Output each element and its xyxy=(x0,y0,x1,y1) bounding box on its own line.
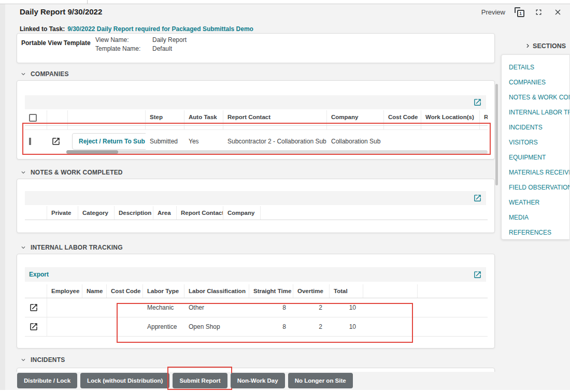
cell-company: Collaboration Sub xyxy=(327,138,384,145)
submit-report-button[interactable]: Submit Report xyxy=(173,373,227,388)
notes-card: Private Category Description Area Report… xyxy=(17,179,495,233)
sidebar-item-visitors[interactable]: VISITORS xyxy=(509,135,569,150)
section-header-companies[interactable]: COMPANIES xyxy=(20,70,69,78)
section-title-companies: COMPANIES xyxy=(31,70,69,78)
chevron-down-icon xyxy=(20,356,27,364)
page-count: 1 xyxy=(517,10,524,17)
col-private: Private xyxy=(47,206,78,220)
section-title-notes: NOTES & WORK COMPLETED xyxy=(31,169,123,176)
sidebar-item-incidents[interactable]: INCIDENTS xyxy=(509,120,569,135)
col-description: Description xyxy=(115,206,153,220)
linked-task-label: Linked to Task: xyxy=(20,25,65,33)
cell-straight-time: 8 xyxy=(249,304,293,311)
col-labor-classification: Labor Classification xyxy=(184,284,249,298)
notes-toolbar xyxy=(25,191,486,205)
sidebar-item-details[interactable]: DETAILS xyxy=(509,60,569,75)
col-cost-code: Cost Code xyxy=(384,110,421,125)
export-link[interactable]: Export xyxy=(29,271,49,278)
open-row-icon[interactable] xyxy=(29,322,38,331)
cell-labor-type: Apprentice xyxy=(143,323,184,330)
section-title-internal-labor: INTERNAL LABOR TRACKING xyxy=(31,244,123,251)
chevron-down-icon xyxy=(20,244,27,251)
template-name-value: Default xyxy=(152,45,172,52)
row-checkbox[interactable] xyxy=(29,138,31,145)
sections-toggle[interactable]: SECTIONS xyxy=(524,42,566,50)
col-straight-time: Straight Time xyxy=(249,284,293,298)
sidebar-item-internal-labor[interactable]: INTERNAL LABOR TRA... xyxy=(509,105,569,120)
close-icon[interactable] xyxy=(552,7,563,17)
sidebar-item-materials-received[interactable]: MATERIALS RECEIVED xyxy=(509,165,569,180)
col-cost-code: Cost Code xyxy=(107,284,143,298)
col-work-locations: Work Location(s) xyxy=(421,110,480,125)
sections-title: SECTIONS xyxy=(533,42,566,50)
lock-without-distribution-button[interactable]: Lock (without Distribution) xyxy=(80,373,169,388)
pages-icon[interactable]: 1 xyxy=(514,7,524,17)
header-actions: Preview 1 xyxy=(481,7,563,17)
select-all-checkbox[interactable] xyxy=(29,114,37,122)
filter-row xyxy=(25,126,488,130)
cell-labor-classification: Open Shop xyxy=(184,323,249,330)
col-employee: Employee xyxy=(47,284,82,298)
sidebar-item-notes[interactable]: NOTES & WORK COMP... xyxy=(509,90,569,105)
cell-report-contact: Subcontractor 2 - Collaboration Sub xyxy=(223,138,327,145)
open-in-new-icon[interactable] xyxy=(473,270,482,279)
sidebar-item-companies[interactable]: COMPANIES xyxy=(509,75,569,90)
sidebar-item-weather[interactable]: WEATHER xyxy=(509,195,569,210)
chevron-right-icon xyxy=(524,42,532,50)
companies-card: Step Auto Task Report Contact Company Co… xyxy=(17,80,495,159)
col-overtime: Overtime xyxy=(293,284,330,298)
chevron-down-icon xyxy=(20,70,27,78)
col-area: Area xyxy=(153,206,177,220)
view-name-value: Daily Report xyxy=(152,36,187,43)
footer-actions: Distribute / Lock Lock (without Distribu… xyxy=(17,373,353,388)
sidebar-item-field-observations[interactable]: FIELD OBSERVATIONS xyxy=(509,180,569,195)
sidebar-item-equipment[interactable]: EQUIPMENT xyxy=(509,150,569,165)
chevron-down-icon xyxy=(20,169,27,176)
section-header-notes[interactable]: NOTES & WORK COMPLETED xyxy=(20,169,123,176)
col-rep-clipped: Rep xyxy=(480,110,488,125)
open-row-icon[interactable] xyxy=(51,137,64,146)
left-gutter xyxy=(0,4,5,392)
col-category: Category xyxy=(78,206,115,220)
companies-table-row: Reject / Return To Sub Submitted Yes Sub… xyxy=(25,130,488,153)
section-header-internal-labor[interactable]: INTERNAL LABOR TRACKING xyxy=(20,244,123,251)
col-total: Total xyxy=(330,284,363,298)
panel-divider xyxy=(87,0,88,4)
sidebar-item-references[interactable]: REFERENCES xyxy=(509,225,569,240)
vertical-scrollbar[interactable] xyxy=(495,84,498,185)
sections-nav-panel: DETAILS COMPANIES NOTES & WORK COMP... I… xyxy=(501,54,570,240)
cell-labor-classification: Other xyxy=(184,304,249,311)
portable-view-template-label: Portable View Template xyxy=(21,39,91,47)
col-company: Company xyxy=(327,110,384,125)
companies-header-row: Step Auto Task Report Contact Company Co… xyxy=(25,110,488,126)
cell-total: 10 xyxy=(330,304,363,311)
linked-task-row: Linked to Task: 9/30/2022 Daily Report r… xyxy=(20,25,253,33)
cell-step: Submitted xyxy=(146,138,184,145)
labor-toolbar: Export xyxy=(25,267,486,282)
open-row-icon[interactable] xyxy=(29,303,38,312)
sidebar-item-media[interactable]: MEDIA xyxy=(509,210,569,225)
section-header-incidents[interactable]: INCIDENTS xyxy=(20,356,65,364)
fullscreen-icon[interactable] xyxy=(533,7,544,17)
cell-straight-time: 8 xyxy=(249,323,293,330)
details-card: Portable View Template View Name: Daily … xyxy=(17,33,495,63)
horizontal-scrollbar[interactable] xyxy=(66,150,488,154)
non-work-day-button[interactable]: Non-Work Day xyxy=(231,373,285,388)
open-in-new-icon[interactable] xyxy=(473,194,482,202)
cell-auto-task: Yes xyxy=(184,138,223,145)
preview-label[interactable]: Preview xyxy=(481,8,505,16)
cell-overtime: 2 xyxy=(293,323,330,330)
labor-header-row: Employee Name Cost Code Labor Type Labor… xyxy=(25,284,488,298)
template-name-label: Template Name: xyxy=(95,45,140,52)
open-in-new-icon[interactable] xyxy=(473,98,482,107)
notes-header-row: Private Category Description Area Report… xyxy=(25,206,488,220)
labor-card: Export Employee Name Cost Code Labor Typ… xyxy=(17,254,495,349)
reject-return-to-sub-button[interactable]: Reject / Return To Sub xyxy=(72,133,146,150)
cell-overtime: 2 xyxy=(293,304,330,311)
col-report-contact: Report Contact xyxy=(177,206,223,220)
distribute-lock-button[interactable]: Distribute / Lock xyxy=(17,373,77,388)
col-name: Name xyxy=(82,284,107,298)
linked-task-link[interactable]: 9/30/2022 Daily Report required for Pack… xyxy=(67,25,253,33)
horizontal-scrollbar-thumb[interactable] xyxy=(66,150,118,154)
no-longer-on-site-button[interactable]: No Longer on Site xyxy=(288,373,353,388)
